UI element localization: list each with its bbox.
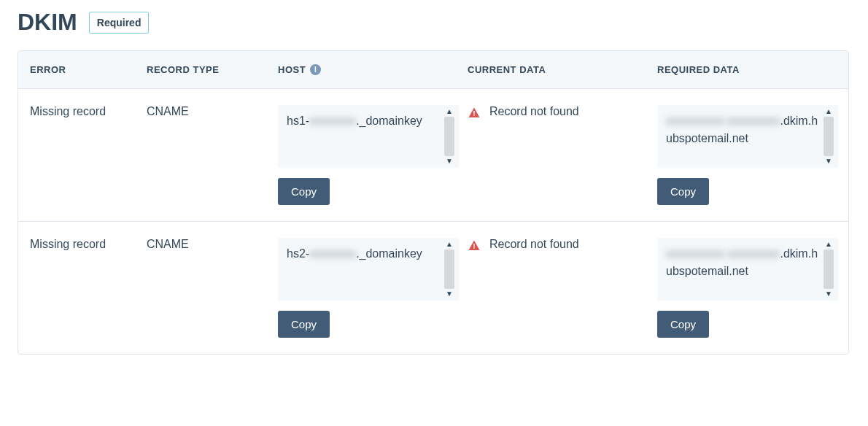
table-row: Missing record CNAME hs2-xxxxxxxx._domai… xyxy=(18,222,848,354)
current-data-text: Record not found xyxy=(489,238,579,251)
cell-host: hs1-xxxxxxxx._domainkey ▲ ▼ Copy xyxy=(278,105,468,205)
warning-icon xyxy=(468,106,481,120)
col-host-label: HOST xyxy=(278,64,306,75)
required-value-box[interactable]: xxxxxxxxxx xxxxxxxxx.dkim.hubspotemail.n… xyxy=(657,105,838,168)
svg-rect-0 xyxy=(473,111,475,115)
scroll-up-icon[interactable]: ▲ xyxy=(446,241,453,248)
scroll-down-icon[interactable]: ▼ xyxy=(825,290,832,298)
host-suffix: ._domainkey xyxy=(356,247,422,260)
host-value-box[interactable]: hs2-xxxxxxxx._domainkey ▲ ▼ xyxy=(278,238,459,301)
scroll-down-icon[interactable]: ▼ xyxy=(446,290,453,298)
svg-rect-3 xyxy=(473,247,475,249)
required-blur: xxxxxxxxxx xxxxxxxxx xyxy=(666,247,780,260)
dkim-records-table: ERROR RECORD TYPE HOST i CURRENT DATA RE… xyxy=(18,50,849,355)
cell-current-data: Record not found xyxy=(468,105,657,120)
scroll-thumb[interactable] xyxy=(444,117,454,156)
col-error: ERROR xyxy=(30,64,147,75)
scroll-thumb[interactable] xyxy=(444,249,454,289)
col-current-data: CURRENT DATA xyxy=(468,64,657,75)
col-record-type: RECORD TYPE xyxy=(147,64,278,75)
col-required-data: REQUIRED DATA xyxy=(657,64,847,75)
cell-required-data: xxxxxxxxxx xxxxxxxxx.dkim.hubspotemail.n… xyxy=(657,238,847,338)
host-value-box[interactable]: hs1-xxxxxxxx._domainkey ▲ ▼ xyxy=(278,105,459,168)
host-prefix: hs2- xyxy=(287,247,309,260)
scrollbar[interactable]: ▲ ▼ xyxy=(443,241,456,298)
svg-rect-2 xyxy=(473,244,475,247)
copy-host-button[interactable]: Copy xyxy=(278,178,330,205)
host-blur: xxxxxxxx xyxy=(309,247,356,260)
scrollbar[interactable]: ▲ ▼ xyxy=(443,108,456,165)
svg-rect-1 xyxy=(473,115,475,116)
col-host: HOST i xyxy=(278,64,468,75)
current-data-text: Record not found xyxy=(489,105,579,118)
warning-icon xyxy=(468,239,481,252)
cell-record-type: CNAME xyxy=(147,105,278,118)
scroll-thumb[interactable] xyxy=(824,117,834,156)
required-value-box[interactable]: xxxxxxxxxx xxxxxxxxx.dkim.hubspotemail.n… xyxy=(657,238,838,301)
copy-host-button[interactable]: Copy xyxy=(278,311,330,338)
scroll-up-icon[interactable]: ▲ xyxy=(446,108,453,115)
table-row: Missing record CNAME hs1-xxxxxxxx._domai… xyxy=(18,89,848,222)
cell-record-type: CNAME xyxy=(147,238,278,251)
scroll-down-icon[interactable]: ▼ xyxy=(825,158,832,165)
host-suffix: ._domainkey xyxy=(356,115,422,127)
cell-host: hs2-xxxxxxxx._domainkey ▲ ▼ Copy xyxy=(278,238,468,338)
scroll-down-icon[interactable]: ▼ xyxy=(446,158,453,165)
cell-error: Missing record xyxy=(30,238,147,251)
required-blur: xxxxxxxxxx xxxxxxxxx xyxy=(666,115,780,127)
host-blur: xxxxxxxx xyxy=(309,115,356,127)
scroll-up-icon[interactable]: ▲ xyxy=(825,241,832,248)
info-icon[interactable]: i xyxy=(310,64,321,75)
section-header: DKIM Required xyxy=(18,9,850,36)
scroll-up-icon[interactable]: ▲ xyxy=(825,108,832,115)
cell-error: Missing record xyxy=(30,105,147,118)
cell-current-data: Record not found xyxy=(468,238,657,252)
section-title: DKIM xyxy=(18,9,77,36)
copy-required-button[interactable]: Copy xyxy=(657,178,709,205)
scrollbar[interactable]: ▲ ▼ xyxy=(822,241,835,298)
cell-required-data: xxxxxxxxxx xxxxxxxxx.dkim.hubspotemail.n… xyxy=(657,105,847,205)
table-header-row: ERROR RECORD TYPE HOST i CURRENT DATA RE… xyxy=(18,51,848,89)
scroll-thumb[interactable] xyxy=(824,249,834,289)
scrollbar[interactable]: ▲ ▼ xyxy=(822,108,835,165)
copy-required-button[interactable]: Copy xyxy=(657,311,709,338)
required-badge: Required xyxy=(89,12,150,34)
host-prefix: hs1- xyxy=(287,115,309,127)
